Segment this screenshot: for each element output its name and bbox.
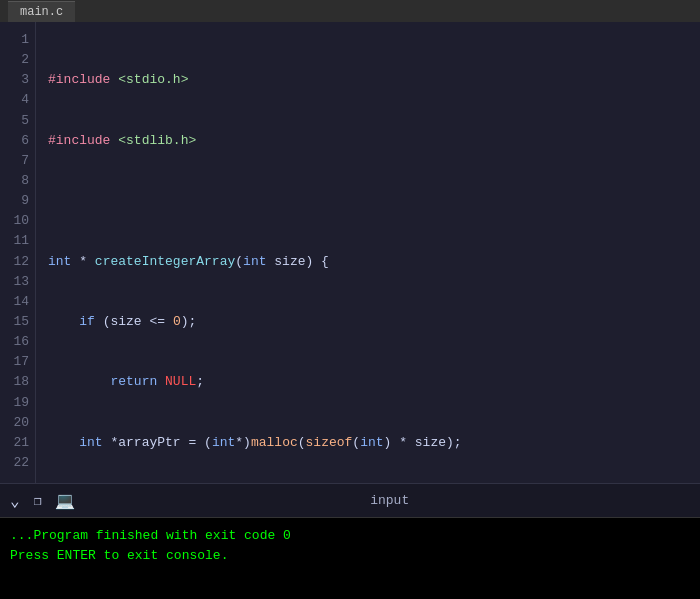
console-line-2: Press ENTER to exit console. (10, 546, 690, 566)
line-numbers: 12345 678910 1112131415 1617181920 2122 (0, 22, 36, 483)
bottom-toolbar: ⌄ ❐ 💻 input (0, 483, 700, 517)
terminal-icon[interactable]: 💻 (55, 491, 75, 511)
chevron-down-icon[interactable]: ⌄ (10, 491, 20, 511)
console-line-1: ...Program finished with exit code 0 (10, 526, 690, 546)
editor-area: 12345 678910 1112131415 1617181920 2122 … (0, 22, 700, 483)
console-area: ...Program finished with exit code 0 Pre… (0, 517, 700, 599)
file-tab[interactable]: main.c (8, 1, 75, 22)
code-lines[interactable]: #include <stdio.h> #include <stdlib.h> i… (36, 22, 700, 483)
code-container: 12345 678910 1112131415 1617181920 2122 … (0, 22, 700, 483)
expand-icon[interactable]: ❐ (34, 493, 42, 509)
title-bar: main.c (0, 0, 700, 22)
input-label: input (89, 493, 690, 508)
